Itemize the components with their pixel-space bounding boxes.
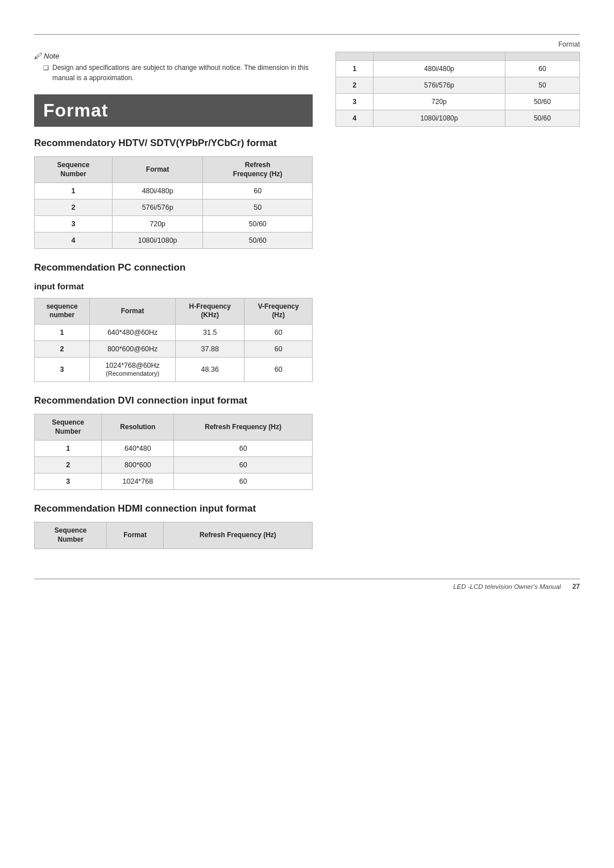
hdtv-col-refresh: RefreshFrequency (Hz) [203,157,313,183]
table-cell: 800*600@60Hz [90,341,176,358]
left-column: 🖊 Note Design and specifications are sub… [34,52,313,562]
hdtv-table: SequenceNumber Format RefreshFrequency (… [34,156,313,249]
pc-table: sequencenumber Format H-Frequency(KHz) V… [34,298,313,382]
table-cell: 60 [174,441,313,457]
table-row: 3720p50/60 [336,94,580,110]
top-rule [34,34,580,35]
table-cell: 4 [336,110,374,127]
table-cell: 50/60 [203,216,313,232]
table-cell: 480i/480p [374,61,505,77]
hdmi-col-sequence: SequenceNumber [35,522,107,549]
table-row: 1480i/480p60 [35,183,313,200]
table-cell: 480i/480p [112,183,202,200]
hdtv-col-sequence: SequenceNumber [35,157,113,183]
table-cell: 2 [35,341,90,358]
table-row: 31024*76860 [35,474,313,490]
table-row: 2800*600@60Hz37.8860 [35,341,313,358]
dvi-col-resolution: Resolution [102,414,174,441]
right-table: 1480i/480p602576i/576p503720p50/6041080i… [335,52,580,127]
footer-manual-label: LED -LCD television Owner's Manual [453,583,561,590]
pencil-icon: 🖊 [34,52,42,60]
hdtv-col-format: Format [112,157,202,183]
hdmi-table-header-row: SequenceNumber Format Refresh Frequency … [35,522,313,549]
table-cell: 720p [374,94,505,110]
table-row: 31024*768@60Hz(Recommendatory)48.3660 [35,358,313,382]
header-area: Format [34,40,580,48]
table-cell: 60 [174,457,313,474]
table-cell: 800*600 [102,457,174,474]
table-cell: 1024*768@60Hz(Recommendatory) [90,358,176,382]
page-container: Format 🖊 Note Design and specifications … [0,0,614,868]
table-row: 1640*480@60Hz31.560 [35,325,313,341]
dvi-table: SequenceNumber Resolution Refresh Freque… [34,414,313,490]
table-cell: 60 [244,325,313,341]
table-cell: 50 [505,77,579,94]
note-icon: 🖊 Note [34,52,313,60]
table-row: 41080i/1080p50/60 [336,110,580,127]
header-format-label: Format [558,40,580,48]
table-cell: 50 [203,200,313,216]
hdmi-table: SequenceNumber Format Refresh Frequency … [34,522,313,549]
table-cell: 3 [336,94,374,110]
table-cell: 640*480@60Hz [90,325,176,341]
dvi-table-header-row: SequenceNumber Resolution Refresh Freque… [35,414,313,441]
table-cell: 2 [35,457,102,474]
pc-col-vfreq: V-Frequency(Hz) [244,298,313,324]
table-cell: 50/60 [505,94,579,110]
dvi-section-heading: Recommendation DVI connection input form… [34,394,313,407]
note-text: Design and specifications are subject to… [34,63,313,83]
table-cell: 720p [112,216,202,232]
hdmi-col-format: Format [107,522,164,549]
table-cell: 60 [244,341,313,358]
table-cell: 1 [35,325,90,341]
pc-sub-heading: input format [34,281,313,292]
pc-col-hfreq: H-Frequency(KHz) [176,298,244,324]
table-cell: 60 [203,183,313,200]
table-cell: 3 [35,474,102,490]
table-cell: 1080i/1080p [374,110,505,127]
table-cell: 640*480 [102,441,174,457]
table-cell: 31.5 [176,325,244,341]
table-row: 2576i/576p50 [336,77,580,94]
pc-col-format: Format [90,298,176,324]
hdmi-section-heading: Recommendation HDMI connection input for… [34,502,313,515]
table-cell: 576i/576p [112,200,202,216]
table-cell: 1 [336,61,374,77]
main-content: 🖊 Note Design and specifications are sub… [34,52,580,562]
table-cell: 2 [336,77,374,94]
right-table-header-row [336,52,580,61]
dvi-col-refresh: Refresh Frequency (Hz) [174,414,313,441]
table-cell: 4 [35,232,113,249]
table-cell: 576i/576p [374,77,505,94]
table-row: 1480i/480p60 [336,61,580,77]
table-cell: 1 [35,441,102,457]
format-banner: Format [34,94,313,127]
table-cell: 60 [244,358,313,382]
table-cell: 37.88 [176,341,244,358]
hdtv-section-heading: Recommendatory HDTV/ SDTV(YPbPr/YCbCr) f… [34,137,313,149]
table-row: 2576i/576p50 [35,200,313,216]
pc-table-header-row: sequencenumber Format H-Frequency(KHz) V… [35,298,313,324]
right-column: 1480i/480p602576i/576p503720p50/6041080i… [335,52,580,562]
table-cell: 1024*768 [102,474,174,490]
footer-rule [34,579,580,579]
table-cell: 50/60 [505,110,579,127]
table-cell: 1080i/1080p [112,232,202,249]
table-row: 3720p50/60 [35,216,313,232]
table-cell: 48.36 [176,358,244,382]
pc-col-sequence: sequencenumber [35,298,90,324]
table-row: 2800*60060 [35,457,313,474]
table-cell: 60 [174,474,313,490]
table-cell: 1 [35,183,113,200]
right-col-num [336,52,374,61]
footer-text: LED -LCD television Owner's Manual 27 [34,583,580,591]
table-cell: 50/60 [203,232,313,249]
table-cell: 3 [35,216,113,232]
pc-section-heading: Recommendation PC connection [34,261,313,274]
dvi-col-sequence: SequenceNumber [35,414,102,441]
right-col-freq [505,52,579,61]
note-section: 🖊 Note Design and specifications are sub… [34,52,313,83]
table-cell: 60 [505,61,579,77]
hdtv-table-header-row: SequenceNumber Format RefreshFrequency (… [35,157,313,183]
table-cell: 2 [35,200,113,216]
